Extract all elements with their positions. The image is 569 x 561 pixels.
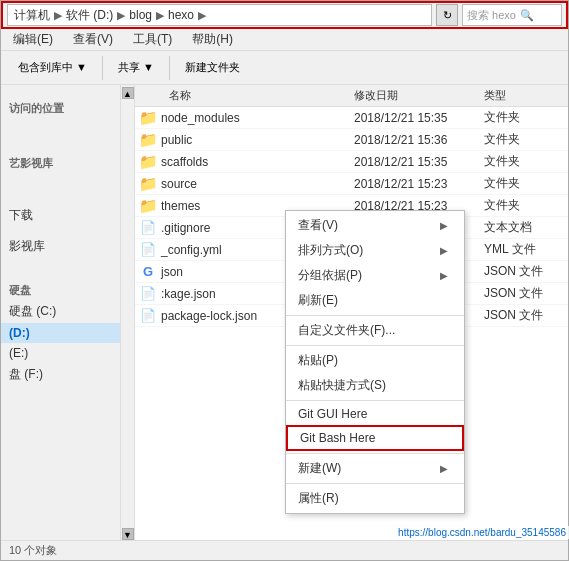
- file-row-3[interactable]: 📁source2018/12/21 15:23文件夹: [135, 173, 568, 195]
- menu-edit[interactable]: 编辑(E): [9, 29, 57, 50]
- ctx-item-0[interactable]: 查看(V)▶: [286, 213, 464, 238]
- ctx-label-8: 粘贴快捷方式(S): [298, 377, 386, 394]
- file-row-0[interactable]: 📁node_modules2018/12/21 15:35文件夹: [135, 107, 568, 129]
- header-date[interactable]: 修改日期: [354, 88, 484, 103]
- ctx-item-15[interactable]: 属性(R): [286, 486, 464, 511]
- ctx-item-7[interactable]: 粘贴(P): [286, 348, 464, 373]
- ctx-arrow-1: ▶: [440, 245, 448, 256]
- ctx-label-13: 新建(W): [298, 460, 341, 477]
- file-type-0: 文件夹: [484, 109, 564, 126]
- file-icon-8: 📄: [139, 286, 157, 302]
- drive-f-label: 盘 (F:): [9, 366, 43, 383]
- sep1: ▶: [54, 9, 62, 22]
- toolbar-divider-2: [169, 56, 170, 80]
- file-icon-9: 📄: [139, 308, 157, 324]
- ctx-item-8[interactable]: 粘贴快捷方式(S): [286, 373, 464, 398]
- sep4: ▶: [198, 9, 206, 22]
- address-path[interactable]: 计算机 ▶ 软件 (D:) ▶ blog ▶ hexo ▶: [7, 4, 432, 26]
- file-icon-5: 📄: [139, 220, 157, 236]
- ctx-separator-14: [286, 483, 464, 484]
- context-menu: 查看(V)▶排列方式(O)▶分组依据(P)▶刷新(E)自定义文件夹(F)...粘…: [285, 210, 465, 514]
- menu-help[interactable]: 帮助(H): [188, 29, 237, 50]
- ctx-item-5[interactable]: 自定义文件夹(F)...: [286, 318, 464, 343]
- menu-tools[interactable]: 工具(T): [129, 29, 176, 50]
- file-icon-4: 📁: [139, 198, 157, 214]
- search-box[interactable]: 搜索 hexo 🔍: [462, 4, 562, 26]
- sep3: ▶: [156, 9, 164, 22]
- address-buttons: ↻: [436, 4, 458, 26]
- file-row-2[interactable]: 📁scaffolds2018/12/21 15:35文件夹: [135, 151, 568, 173]
- file-name-1: public: [161, 133, 354, 147]
- ctx-item-13[interactable]: 新建(W)▶: [286, 456, 464, 481]
- scroll-down-button[interactable]: ▼: [122, 528, 134, 540]
- file-type-4: 文件夹: [484, 197, 564, 214]
- ctx-label-1: 排列方式(O): [298, 242, 363, 259]
- path-part-3[interactable]: blog: [129, 8, 152, 22]
- menu-view[interactable]: 查看(V): [69, 29, 117, 50]
- access-section-label: 访问的位置: [1, 93, 120, 118]
- address-bar: 计算机 ▶ 软件 (D:) ▶ blog ▶ hexo ▶ ↻ 搜索 hexo …: [1, 1, 568, 29]
- file-icon-1: 📁: [139, 132, 157, 148]
- file-date-3: 2018/12/21 15:23: [354, 177, 484, 191]
- header-name[interactable]: 名称: [165, 88, 354, 103]
- ctx-separator-12: [286, 453, 464, 454]
- file-icon-3: 📁: [139, 176, 157, 192]
- file-explorer-window: 计算机 ▶ 软件 (D:) ▶ blog ▶ hexo ▶ ↻ 搜索 hexo …: [0, 0, 569, 561]
- share-button[interactable]: 共享 ▼: [109, 54, 163, 82]
- watermark-text: https://blog.csdn.net/bardu_35145586: [398, 527, 566, 538]
- ctx-label-3: 刷新(E): [298, 292, 338, 309]
- new-folder-button[interactable]: 新建文件夹: [176, 54, 249, 82]
- path-part-1[interactable]: 计算机: [14, 7, 50, 24]
- scroll-up-button[interactable]: ▲: [122, 87, 134, 99]
- path-part-4[interactable]: hexo: [168, 8, 194, 22]
- ctx-item-11[interactable]: Git Bash Here: [286, 425, 464, 451]
- sidebar-drive-f[interactable]: 盘 (F:): [1, 363, 120, 386]
- file-row-1[interactable]: 📁public2018/12/21 15:36文件夹: [135, 129, 568, 151]
- toolbar: 包含到库中 ▼ 共享 ▼ 新建文件夹: [1, 51, 568, 85]
- file-type-1: 文件夹: [484, 131, 564, 148]
- drive-e-label: (E:): [9, 346, 28, 360]
- ctx-item-10[interactable]: Git GUI Here: [286, 403, 464, 425]
- ctx-label-11: Git Bash Here: [300, 431, 375, 445]
- search-icon: 🔍: [520, 9, 534, 22]
- search-placeholder: 搜索 hexo: [467, 8, 516, 23]
- ctx-separator-6: [286, 345, 464, 346]
- include-library-button[interactable]: 包含到库中 ▼: [9, 54, 96, 82]
- ctx-item-3[interactable]: 刷新(E): [286, 288, 464, 313]
- ctx-item-1[interactable]: 排列方式(O)▶: [286, 238, 464, 263]
- file-icon-0: 📁: [139, 110, 157, 126]
- path-part-2[interactable]: 软件 (D:): [66, 7, 113, 24]
- file-type-3: 文件夹: [484, 175, 564, 192]
- ctx-label-7: 粘贴(P): [298, 352, 338, 369]
- file-type-8: JSON 文件: [484, 285, 564, 302]
- file-name-2: scaffolds: [161, 155, 354, 169]
- refresh-button[interactable]: ↻: [436, 4, 458, 26]
- watermark: https://blog.csdn.net/bardu_35145586: [395, 526, 569, 539]
- file-date-0: 2018/12/21 15:35: [354, 111, 484, 125]
- sidebar-drive-c[interactable]: 硬盘 (C:): [1, 300, 120, 323]
- status-bar: 10 个对象: [1, 540, 568, 560]
- file-type-6: YML 文件: [484, 241, 564, 258]
- sidebar-download[interactable]: 下载: [1, 203, 120, 228]
- ctx-label-0: 查看(V): [298, 217, 338, 234]
- ctx-separator-4: [286, 315, 464, 316]
- library-section-label: 艺影视库: [1, 148, 120, 173]
- status-text: 10 个对象: [9, 543, 57, 558]
- ctx-arrow-2: ▶: [440, 270, 448, 281]
- file-icon-2: 📁: [139, 154, 157, 170]
- sidebar-video-lib[interactable]: 影视库: [1, 234, 120, 259]
- toolbar-divider-1: [102, 56, 103, 80]
- header-type[interactable]: 类型: [484, 88, 564, 103]
- sidebar-drive-d[interactable]: (D:): [1, 323, 120, 343]
- ctx-arrow-0: ▶: [440, 220, 448, 231]
- file-type-2: 文件夹: [484, 153, 564, 170]
- file-date-1: 2018/12/21 15:36: [354, 133, 484, 147]
- sidebar-scrollbar[interactable]: ▲ ▼: [121, 85, 135, 540]
- file-date-2: 2018/12/21 15:35: [354, 155, 484, 169]
- ctx-arrow-13: ▶: [440, 463, 448, 474]
- ctx-separator-9: [286, 400, 464, 401]
- ctx-item-2[interactable]: 分组依据(P)▶: [286, 263, 464, 288]
- ctx-label-2: 分组依据(P): [298, 267, 362, 284]
- sidebar-drive-e[interactable]: (E:): [1, 343, 120, 363]
- sep2: ▶: [117, 9, 125, 22]
